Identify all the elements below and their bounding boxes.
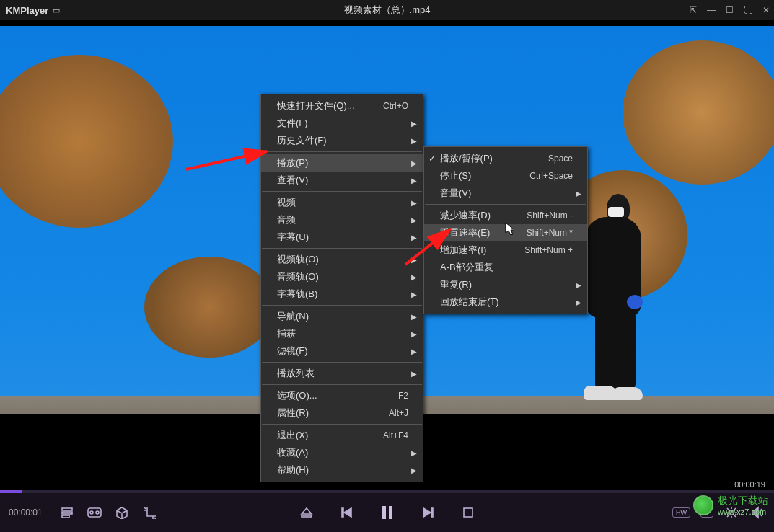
menu-item[interactable]: ✓播放/暂停(P)Space bbox=[424, 150, 587, 167]
current-time: 00:00:01 bbox=[9, 507, 52, 518]
menu-item[interactable]: 文件(F)▶ bbox=[261, 115, 423, 132]
submenu-arrow-icon: ▶ bbox=[411, 466, 417, 474]
stop-button[interactable] bbox=[460, 505, 476, 520]
submenu-arrow-icon: ▶ bbox=[411, 313, 417, 321]
svg-line-0 bbox=[186, 151, 267, 169]
left-controls bbox=[59, 505, 157, 520]
submenu-arrow-icon: ▶ bbox=[576, 190, 581, 198]
menu-item[interactable]: 回放结束后(T)▶ bbox=[424, 293, 587, 311]
next-button[interactable] bbox=[420, 505, 436, 520]
context-menu-primary[interactable]: 快速打开文件(Q)...Ctrl+O文件(F)▶历史文件(F)▶播放(P)▶查看… bbox=[260, 94, 423, 482]
menu-item-label: 导航(N) bbox=[277, 310, 408, 323]
menu-item-shortcut: Alt+J bbox=[389, 408, 408, 418]
menu-item-label: 音量(V) bbox=[440, 187, 573, 200]
check-icon: ✓ bbox=[428, 154, 436, 164]
menu-item-label: 选项(O)... bbox=[277, 389, 398, 402]
menu-item-label: 退出(X) bbox=[277, 429, 383, 442]
menu-item-shortcut: Shift+Num - bbox=[527, 210, 573, 221]
menu-item-shortcut: Shift+Num + bbox=[524, 245, 573, 255]
svg-rect-3 bbox=[62, 512, 72, 514]
submenu-arrow-icon: ▶ bbox=[411, 370, 417, 378]
menu-item-label: 收藏(A) bbox=[277, 446, 408, 459]
submenu-arrow-icon: ▶ bbox=[411, 177, 417, 185]
pin-icon[interactable]: ⇱ bbox=[690, 5, 697, 15]
menu-item[interactable]: 播放列表▶ bbox=[261, 365, 423, 382]
menu-item[interactable]: 字幕轨(B)▶ bbox=[261, 285, 423, 303]
menu-item[interactable]: 字幕(U)▶ bbox=[261, 229, 423, 246]
watermark-title: 极光下载站 bbox=[718, 495, 768, 506]
fullscreen-button[interactable]: ⛶ bbox=[744, 5, 752, 15]
menu-item[interactable]: 属性(R)Alt+J bbox=[261, 404, 423, 422]
submenu-arrow-icon: ▶ bbox=[576, 281, 581, 289]
menu-item[interactable]: 捕获▶ bbox=[261, 325, 423, 342]
menu-item[interactable]: 停止(S)Ctrl+Space bbox=[424, 167, 587, 185]
crop-icon[interactable] bbox=[141, 505, 157, 520]
menu-item-label: 播放/暂停(P) bbox=[440, 152, 548, 165]
maximize-button[interactable]: ☐ bbox=[726, 5, 734, 15]
menu-item[interactable]: 滤镜(F)▶ bbox=[261, 342, 423, 360]
menu-item[interactable]: 视频▶ bbox=[261, 194, 423, 211]
menu-item[interactable]: 历史文件(F)▶ bbox=[261, 132, 423, 149]
control-bar: 00:00:01 HW ⟲ bbox=[0, 493, 774, 532]
menu-separator bbox=[262, 248, 422, 249]
menu-item-shortcut: Ctrl+O bbox=[383, 101, 408, 111]
menu-separator bbox=[425, 204, 586, 205]
svg-point-6 bbox=[90, 511, 93, 514]
watermark: 极光下载站 www.xz7.com bbox=[693, 495, 768, 516]
menu-item[interactable]: 查看(V)▶ bbox=[261, 172, 423, 189]
menu-item[interactable]: 退出(X)Alt+F4 bbox=[261, 427, 423, 444]
menu-item-shortcut: Space bbox=[548, 154, 573, 164]
menu-item[interactable]: 视频轨(O)▶ bbox=[261, 251, 423, 268]
menu-separator bbox=[262, 151, 422, 152]
menu-item[interactable]: 快速打开文件(Q)...Ctrl+O bbox=[261, 97, 423, 115]
submenu-arrow-icon: ▶ bbox=[411, 120, 417, 128]
menu-separator bbox=[262, 191, 422, 192]
svg-line-1 bbox=[405, 229, 450, 265]
close-button[interactable]: ✕ bbox=[762, 5, 770, 15]
submenu-arrow-icon: ▶ bbox=[411, 330, 417, 338]
annotation-arrow-icon bbox=[405, 225, 470, 270]
menu-item[interactable]: 收藏(A)▶ bbox=[261, 444, 423, 461]
vr-icon[interactable] bbox=[87, 505, 102, 520]
watermark-logo-icon bbox=[693, 495, 713, 515]
menu-item[interactable]: 导航(N)▶ bbox=[261, 308, 423, 325]
menu-item-shortcut: Alt+F4 bbox=[383, 430, 408, 440]
menu-item[interactable]: 音频▶ bbox=[261, 211, 423, 229]
svg-rect-11 bbox=[389, 506, 392, 519]
menu-item-shortcut: Shift+Num * bbox=[527, 228, 573, 238]
pause-button[interactable] bbox=[379, 505, 395, 520]
app-menu-icon[interactable]: ▭ bbox=[53, 6, 60, 15]
menu-item-label: 字幕轨(B) bbox=[277, 288, 408, 301]
svg-rect-10 bbox=[382, 506, 386, 519]
menu-item-label: 查看(V) bbox=[277, 174, 408, 187]
minimize-button[interactable]: — bbox=[707, 5, 716, 15]
menu-separator bbox=[262, 362, 422, 363]
eject-button[interactable] bbox=[299, 505, 315, 520]
watermark-sub: www.xz7.com bbox=[718, 507, 768, 516]
cube-icon[interactable] bbox=[114, 505, 130, 520]
menu-item[interactable]: 音量(V)▶ bbox=[424, 185, 587, 202]
menu-item-label: 音频 bbox=[277, 213, 408, 226]
menu-separator bbox=[262, 424, 422, 425]
menu-item-label: 音频轨(O) bbox=[277, 270, 408, 283]
playlist-icon[interactable] bbox=[59, 505, 75, 520]
menu-separator bbox=[262, 305, 422, 306]
prev-button[interactable] bbox=[339, 505, 355, 520]
hw-badge[interactable]: HW bbox=[672, 507, 690, 518]
menu-item[interactable]: 选项(O)...F2 bbox=[261, 387, 423, 404]
menu-item[interactable]: 重复(R)▶ bbox=[424, 276, 587, 293]
submenu-arrow-icon: ▶ bbox=[411, 449, 417, 457]
submenu-arrow-icon: ▶ bbox=[411, 159, 417, 167]
mouse-cursor-icon bbox=[505, 222, 516, 239]
menu-item[interactable]: 音频轨(O)▶ bbox=[261, 268, 423, 285]
tree-icon bbox=[623, 40, 774, 185]
menu-item-shortcut: F2 bbox=[398, 391, 408, 401]
menu-item[interactable]: 帮助(H)▶ bbox=[261, 461, 423, 479]
file-title: 视频素材（总）.mp4 bbox=[344, 4, 431, 17]
menu-item-label: 帮助(H) bbox=[277, 464, 408, 476]
menu-item[interactable]: 播放(P)▶ bbox=[261, 154, 423, 172]
menu-item-label: 播放列表 bbox=[277, 367, 408, 380]
app-name: KMPlayer bbox=[6, 5, 48, 16]
menu-item-label: 捕获 bbox=[277, 327, 408, 340]
svg-rect-4 bbox=[62, 515, 69, 518]
